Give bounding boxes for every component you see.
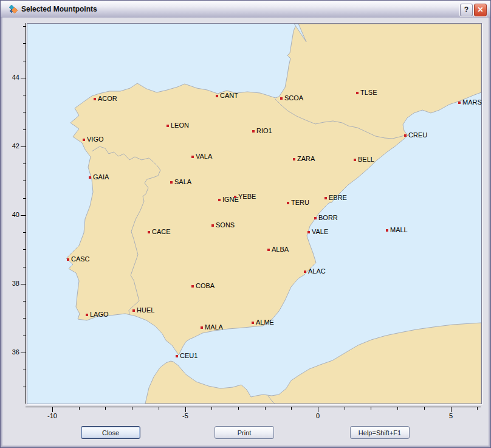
station-label: CANT — [220, 92, 238, 100]
y-tick-label: 40 — [4, 211, 19, 218]
station-marker — [314, 217, 317, 219]
x-tick-label: -5 — [172, 412, 199, 419]
selected-mountpoints-window: Selected Mountpoints ? ✕ -10-50536384042… — [0, 0, 491, 448]
station-marker — [148, 231, 150, 233]
station-marker — [252, 322, 254, 324]
x-tick-label: 0 — [304, 412, 331, 419]
help-titlebar-button[interactable]: ? — [460, 4, 473, 16]
x-minor-tick — [211, 407, 212, 410]
station-label: SCOA — [284, 94, 303, 102]
iberia-map — [27, 24, 481, 404]
station-marker — [252, 130, 255, 133]
station-label: COBA — [196, 282, 215, 290]
station-marker — [293, 158, 295, 160]
station-marker — [132, 309, 135, 312]
station-label: SALA — [174, 178, 191, 186]
app-icon — [9, 4, 18, 14]
y-minor-tick — [23, 95, 26, 95]
station-marker — [280, 97, 283, 100]
station-marker — [94, 98, 96, 100]
station-marker — [267, 249, 270, 251]
station-label: EBRE — [329, 194, 347, 202]
y-major-tick — [21, 78, 26, 78]
y-major-tick — [21, 284, 26, 284]
titlebar[interactable]: Selected Mountpoints ? ✕ — [1, 1, 490, 18]
station-marker — [201, 326, 203, 329]
station-label: ZARA — [297, 155, 315, 163]
x-minor-tick — [345, 407, 345, 410]
x-minor-tick — [132, 407, 132, 410]
x-minor-tick — [424, 407, 425, 410]
station-marker — [216, 95, 218, 97]
station-label: SONS — [216, 221, 235, 229]
station-label: RIO1 — [256, 127, 272, 135]
x-minor-tick — [291, 407, 292, 410]
station-label: CEU1 — [180, 352, 197, 360]
station-label: YEBE — [238, 193, 256, 201]
y-minor-tick — [23, 318, 26, 319]
y-minor-tick — [23, 26, 26, 27]
x-minor-tick — [477, 407, 478, 410]
x-major-tick — [451, 407, 452, 412]
station-marker — [458, 102, 461, 104]
x-major-tick — [52, 407, 53, 412]
station-marker — [176, 355, 178, 357]
x-minor-tick — [371, 407, 371, 410]
station-marker — [170, 181, 173, 184]
y-minor-tick — [23, 129, 26, 130]
station-label: ALAC — [308, 267, 326, 275]
station-label: TLSE — [360, 89, 377, 97]
station-label: MARS — [462, 98, 482, 106]
y-major-tick — [21, 215, 26, 216]
station-label: HUEL — [137, 306, 154, 314]
x-minor-tick — [159, 407, 159, 410]
station-marker — [89, 176, 91, 179]
window-title: Selected Mountpoints — [21, 1, 97, 18]
station-marker — [324, 197, 327, 199]
station-marker — [307, 231, 310, 233]
y-major-tick — [21, 146, 26, 147]
print-button[interactable]: Print — [215, 426, 274, 439]
close-button[interactable]: Close — [81, 426, 140, 439]
station-label: MALL — [390, 226, 408, 234]
y-axis-line — [26, 23, 26, 404]
map-plot-area — [27, 23, 482, 404]
y-minor-tick — [23, 61, 26, 61]
station-label: LEON — [171, 122, 189, 129]
station-marker — [218, 199, 221, 201]
y-minor-tick — [23, 336, 26, 336]
x-minor-tick — [79, 407, 80, 410]
station-label: VALA — [196, 153, 212, 160]
y-minor-tick — [23, 387, 26, 387]
y-tick-label: 38 — [4, 280, 19, 287]
station-label: MALA — [205, 323, 223, 331]
close-window-icon[interactable]: ✕ — [474, 4, 487, 16]
y-tick-label: 36 — [4, 348, 19, 356]
x-tick-label: -10 — [39, 412, 66, 419]
x-minor-tick — [265, 407, 266, 410]
station-marker — [386, 229, 388, 232]
station-marker — [287, 202, 289, 204]
station-marker — [191, 156, 194, 158]
station-label: VIGO — [87, 136, 104, 143]
station-label: ALBA — [272, 246, 289, 253]
station-marker — [86, 314, 88, 316]
station-marker — [211, 224, 214, 227]
x-minor-tick — [238, 407, 239, 410]
station-label: LAGO — [90, 311, 109, 319]
y-minor-tick — [23, 232, 26, 233]
landmass-iberia-france — [66, 24, 481, 355]
help-button[interactable]: Help=Shift+F1 — [350, 426, 410, 439]
x-minor-tick — [397, 407, 398, 410]
y-minor-tick — [23, 181, 26, 181]
y-minor-tick — [23, 43, 26, 44]
x-minor-tick — [105, 407, 106, 410]
station-label: BELL — [358, 156, 374, 164]
y-minor-tick — [23, 301, 26, 302]
station-marker — [83, 139, 85, 141]
y-major-tick — [21, 353, 26, 353]
station-marker — [356, 92, 359, 94]
x-tick-label: 5 — [438, 412, 464, 419]
y-minor-tick — [23, 112, 26, 112]
station-marker — [167, 125, 169, 127]
